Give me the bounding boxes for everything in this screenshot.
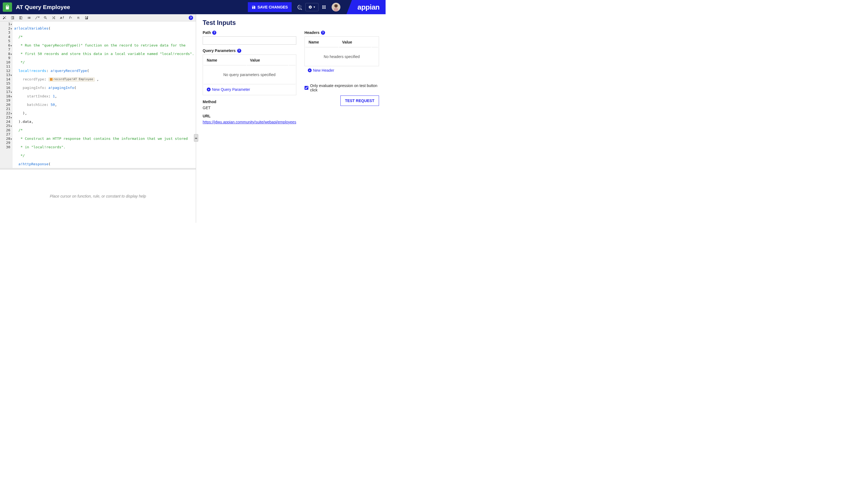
- empty-headers: No headers specified: [305, 48, 378, 66]
- editor-gutter: 1▼ 2▼ 3 4 5 6▼ 7 8▼ 9 10 11 12 13▼ 14 15…: [0, 21, 13, 168]
- test-request-button[interactable]: TEST REQUEST: [340, 95, 379, 106]
- comment-icon[interactable]: /*: [35, 16, 39, 20]
- variable-x-icon[interactable]: x!: [60, 16, 64, 20]
- function-help-panel: Place cursor on function, rule, or const…: [0, 168, 196, 223]
- url-link[interactable]: https://jdwu.appian.community/suite/weba…: [203, 120, 296, 124]
- list-icon[interactable]: [27, 16, 31, 20]
- settings-dropdown[interactable]: ▼: [305, 3, 318, 11]
- indent-icon[interactable]: [19, 16, 23, 20]
- right-test-col: Headers ? Name Value No headers specifie…: [305, 30, 379, 124]
- help-icon[interactable]: ?: [237, 49, 241, 53]
- query-params-table: Name Value No query parameters specified…: [203, 54, 296, 95]
- splitter-handle[interactable]: ◂▸: [194, 134, 198, 142]
- method-label: Method: [203, 100, 296, 104]
- outdent-icon[interactable]: [11, 16, 15, 20]
- empty-query-params: No query parameters specified: [204, 66, 295, 84]
- test-inputs-pane: Test Inputs Path ? Query Parameters ? Na…: [196, 14, 385, 223]
- col-header-value: Value: [339, 37, 371, 47]
- col-header-value: Value: [247, 55, 288, 66]
- main-content: /* x! fx π ? 1▼ 2▼ 3 4 5 6▼ 7 8▼ 9 10 11: [0, 14, 385, 223]
- editor-toolbar: /* x! fx π ?: [0, 14, 196, 21]
- export-icon[interactable]: [84, 16, 89, 20]
- svg-rect-1: [334, 8, 338, 12]
- query-params-label: Query Parameters ?: [203, 49, 296, 53]
- help-icon[interactable]: ?: [321, 31, 325, 35]
- globe-search-icon[interactable]: [294, 2, 305, 13]
- apps-grid-icon[interactable]: [318, 2, 329, 13]
- path-input[interactable]: [203, 36, 296, 44]
- object-type-icon: [3, 2, 12, 12]
- fx-icon[interactable]: fx: [68, 16, 72, 20]
- page-title: AT Query Employee: [16, 4, 248, 11]
- col-header-name: Name: [305, 37, 339, 47]
- headers-label: Headers ?: [305, 30, 379, 35]
- brand-logo: appian: [346, 0, 385, 14]
- col-header-name: Name: [204, 55, 246, 66]
- new-header-link[interactable]: + New Header: [308, 68, 334, 72]
- code-body[interactable]: a!localVariables( /* * Run the "queryRec…: [13, 21, 196, 168]
- checkbox-label: Only evaluate expression on test button …: [310, 84, 379, 92]
- new-query-param-link[interactable]: + New Query Parameter: [207, 87, 250, 92]
- code-editor[interactable]: 1▼ 2▼ 3 4 5 6▼ 7 8▼ 9 10 11 12 13▼ 14 15…: [0, 21, 196, 168]
- left-test-col: Path ? Query Parameters ? Name Value No …: [203, 30, 296, 124]
- url-label: URL: [203, 114, 296, 118]
- headers-table: Name Value No headers specified: [305, 36, 379, 66]
- search-icon[interactable]: [43, 16, 48, 20]
- shuffle-icon[interactable]: [51, 16, 56, 20]
- svg-rect-2: [334, 4, 338, 7]
- evaluate-on-click-checkbox[interactable]: [305, 86, 309, 90]
- toolbar-help-icon[interactable]: ?: [189, 16, 193, 20]
- app-header: AT Query Employee SAVE CHANGES ▼ appian: [0, 0, 385, 14]
- plus-icon: +: [308, 68, 312, 72]
- help-placeholder: Place cursor on function, rule, or const…: [50, 194, 146, 198]
- panel-title: Test Inputs: [203, 19, 379, 26]
- pi-icon[interactable]: π: [76, 16, 81, 20]
- path-label: Path ?: [203, 30, 296, 35]
- method-value: GET: [203, 106, 296, 110]
- help-icon[interactable]: ?: [212, 31, 216, 35]
- editor-pane: /* x! fx π ? 1▼ 2▼ 3 4 5 6▼ 7 8▼ 9 10 11: [0, 14, 196, 223]
- save-button-label: SAVE CHANGES: [257, 5, 288, 9]
- record-type-chip[interactable]: recordType!AT Employee: [49, 77, 95, 82]
- wand-icon[interactable]: [2, 16, 6, 20]
- save-button[interactable]: SAVE CHANGES: [248, 2, 292, 12]
- plus-icon: +: [207, 88, 211, 91]
- user-avatar[interactable]: [332, 3, 340, 12]
